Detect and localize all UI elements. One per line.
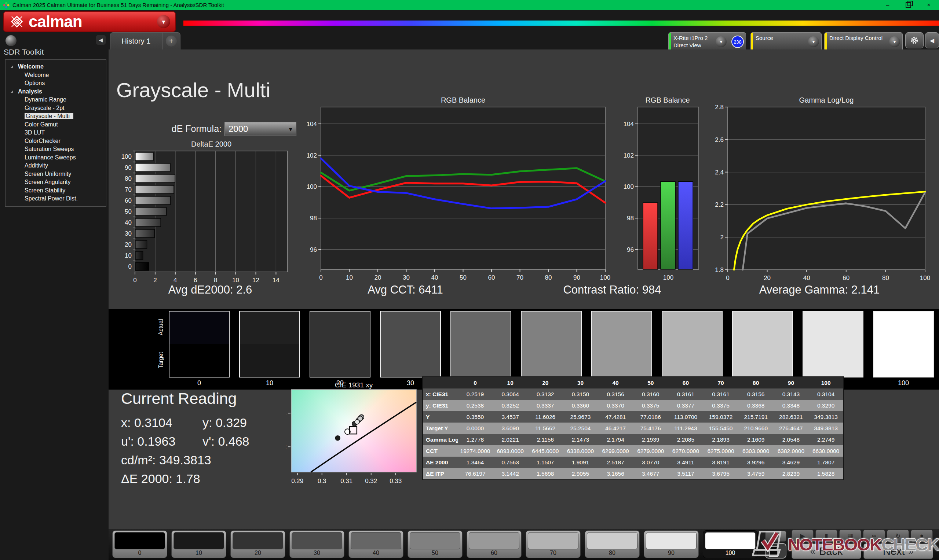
table-cell: 1.5698 [528,468,563,480]
actual-swatch [592,312,651,344]
minimize-button[interactable]: – [877,0,898,10]
calman-menu-button[interactable]: calman ▼ [3,11,176,32]
display-control-dropdown-arrow[interactable]: ▼ [889,36,900,47]
svg-text:20: 20 [125,241,132,248]
tree-expander-icon[interactable] [10,90,13,93]
deltae-bar-chart: DeltaE 2000 0102030405060708090100024681… [117,140,293,286]
pattern-control-button-3[interactable]: ▦ [839,529,861,542]
sidebar-item-spectral-power-dist-[interactable]: Spectral Power Dist. [6,195,106,203]
pattern-window-toggle[interactable] [765,543,786,558]
sidebar-item-analysis[interactable]: Analysis [6,88,106,96]
panel-collapse-button[interactable]: ◀ [925,32,939,48]
pattern-control-button-2[interactable]: ▮ [816,529,837,542]
pattern-tile-90[interactable]: 90 [644,530,699,558]
sidebar-item-welcome[interactable]: Welcome [6,63,106,71]
sidebar-item-saturation-sweeps[interactable]: Saturation Sweeps [6,145,106,154]
pattern-tile-70[interactable]: 70 [526,530,581,558]
table-cell: 2.1939 [633,434,668,445]
de-formula-select[interactable]: 2000 ▼ [225,122,296,136]
sidebar-item-additivity[interactable]: Additivity [6,162,106,170]
table-cell: 0.2519 [458,388,493,400]
pattern-bar-up-button[interactable]: ▲ [765,531,786,542]
add-tab-button[interactable]: + [162,32,180,49]
sidebar-item-colorchecker[interactable]: ColorChecker [6,137,106,146]
table-cell: 6445.0000 [528,445,563,457]
restore-button[interactable] [898,0,919,10]
reading-de2000: ΔE 2000: 1.78 [121,472,293,486]
sidebar-item-screen-uniformity[interactable]: Screen Uniformity [6,170,106,178]
svg-text:14: 14 [273,277,279,284]
pattern-tile-label: 90 [644,550,698,556]
table-cell: 0.3064 [493,388,528,400]
actual-swatch [663,312,722,344]
sidebar-collapse-button[interactable]: ◀ [96,35,106,45]
table-cell: 0.3156 [739,388,774,400]
meter-label: X-Rite i1Pro 2Direct View [671,32,715,49]
pattern-tile-swatch [587,532,637,549]
reading-x: x: 0.3104 [121,415,202,430]
pattern-control-button-4[interactable]: ∞ [863,529,885,542]
calman-window: Calman 2025 Calman Ultimate for Business… [0,0,939,560]
pattern-control-button-6[interactable]: ● [911,529,933,542]
svg-text:100: 100 [600,274,611,281]
grayscale-swatch-20 [310,311,370,377]
svg-text:104: 104 [307,121,317,128]
sidebar-item-label: 3D LUT [25,129,45,135]
svg-text:40: 40 [803,274,810,282]
meter-dropdown[interactable]: X-Rite i1Pro 2Direct View ▼ 238 [668,32,746,51]
sidebar-item-dynamic-range[interactable]: Dynamic Range [6,95,106,104]
sidebar-item-welcome[interactable]: Welcome [6,71,106,80]
pattern-tile-10[interactable]: 10 [171,530,226,558]
meter-count-badge[interactable]: 238 [731,35,744,48]
title-bar: Calman 2025 Calman Ultimate for Business… [0,0,939,10]
close-button[interactable]: × [919,0,939,10]
pattern-tile-0[interactable]: 0 [112,530,167,558]
table-cell: 0.3160 [633,388,668,400]
svg-text:60: 60 [842,274,850,282]
back-button[interactable]: « Back [791,543,861,559]
table-row: y: CIE310.25380.32520.33370.33600.33700.… [422,400,843,411]
sidebar-item-grayscale-multi[interactable]: Grayscale - Multi [6,112,106,121]
sidebar-item-label: Analysis [18,88,42,95]
sidebar-item-luminance-sweeps[interactable]: Luminance Sweeps [6,154,106,162]
pattern-tile-60[interactable]: 60 [467,530,521,558]
settings-button[interactable] [905,32,924,48]
pattern-control-button-1[interactable]: ▶ [791,529,814,542]
svg-text:70: 70 [125,186,132,193]
next-button[interactable]: Next » [863,543,933,559]
source-dropdown-arrow[interactable]: ▼ [808,36,819,47]
sidebar-item-3d-lut[interactable]: 3D LUT [6,129,106,137]
svg-text:6: 6 [194,277,197,284]
pattern-tile-100[interactable]: 100 [703,530,758,558]
sidebar-item-screen-angularity[interactable]: Screen Angularity [6,178,106,186]
tab-history-1[interactable]: History 1 [110,32,162,49]
pattern-tile-30[interactable]: 30 [290,530,344,558]
pattern-tile-50[interactable]: 50 [407,530,463,558]
measurement-table: 0102030405060708090100x: CIE310.25190.30… [422,376,844,480]
sidebar-item-screen-stability[interactable]: Screen Stability [6,186,106,195]
pattern-tile-40[interactable]: 40 [348,530,404,558]
table-cell: 159.0372 [703,411,739,423]
sidebar-item-grayscale-2pt[interactable]: Grayscale - 2pt [6,104,106,112]
table-cell: 11.6026 [528,411,563,423]
sidebar-item-color-gamut[interactable]: Color Gamut [6,121,106,129]
calman-menu-dropdown[interactable]: ▼ [157,15,170,28]
svg-text:96: 96 [310,246,317,253]
display-control-dropdown[interactable]: Direct Display Control ▼ [824,32,903,51]
sidebar-item-options[interactable]: Options [6,79,106,88]
pattern-tile-20[interactable]: 20 [230,530,285,558]
svg-text:12: 12 [252,277,259,284]
source-dropdown[interactable]: Source ▼ [751,32,822,51]
pattern-tile-80[interactable]: 80 [585,530,640,558]
chevron-down-icon: ▼ [161,19,167,25]
pattern-control-button-5[interactable]: ↻ [887,529,909,542]
tree-expander-icon[interactable] [10,65,13,68]
table-cell: 0.3550 [458,411,493,423]
target-swatch [874,344,933,377]
svg-text:100: 100 [122,153,132,160]
svg-text:90: 90 [125,164,132,171]
sidebar-orb-button[interactable] [6,35,17,46]
meter-dropdown-arrow[interactable]: ▼ [715,36,727,47]
table-cell: 3.4759 [739,468,774,480]
svg-text:0.31: 0.31 [341,477,353,485]
